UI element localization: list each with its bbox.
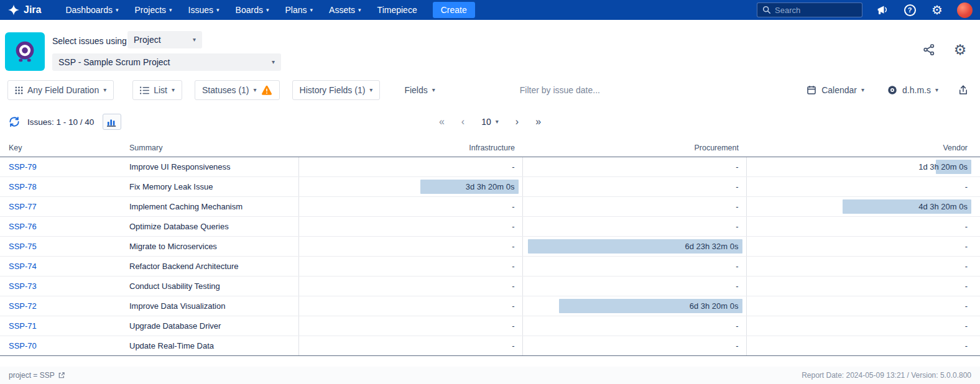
table-row: SSP-71Upgrade Database Driver--- <box>0 316 980 336</box>
issue-key-link[interactable]: SSP-70 <box>9 341 37 350</box>
column-header-summary[interactable]: Summary <box>124 139 298 157</box>
vendor-duration-cell: - <box>746 336 980 355</box>
procurement-duration-cell: - <box>522 316 746 336</box>
nav-item-dashboards[interactable]: Dashboards▾ <box>65 5 118 15</box>
previous-page-icon[interactable]: ‹ <box>461 117 465 127</box>
issue-key-link[interactable]: SSP-73 <box>9 281 37 291</box>
warning-icon <box>261 85 272 95</box>
infrastructure-duration-cell: - <box>298 216 522 236</box>
procurement-duration-cell: - <box>522 157 746 176</box>
issue-summary: Refactor Backend Architecture <box>124 256 298 276</box>
issue-key-link[interactable]: SSP-75 <box>9 242 37 251</box>
chart-view-button[interactable] <box>103 114 121 130</box>
nav-label: Assets <box>329 5 355 15</box>
list-icon <box>140 86 149 94</box>
duration-field-button[interactable]: Any Field Duration ▾ <box>7 80 114 100</box>
fields-label: Fields <box>404 85 427 95</box>
nav-item-assets[interactable]: Assets▾ <box>329 5 361 15</box>
calendar-button[interactable]: Calendar ▾ <box>799 80 871 100</box>
chevron-down-icon: ▾ <box>935 87 938 93</box>
chevron-down-icon: ▾ <box>496 119 499 125</box>
page-size-select[interactable]: 10 ▾ <box>481 117 499 127</box>
duration-value: - <box>736 162 738 171</box>
duration-value: - <box>965 262 968 271</box>
filter-query-text: project = SSP <box>9 371 55 380</box>
report-toolbar: Any Field Duration ▾ List ▾ Statuses (1)… <box>0 76 980 104</box>
filter-query-link[interactable]: project = SSP <box>9 371 65 380</box>
report-settings-gear-icon[interactable]: ⚙ <box>953 42 968 57</box>
issue-key-link[interactable]: SSP-77 <box>9 202 37 211</box>
column-header-vendor[interactable]: Vendor <box>746 139 980 157</box>
issue-summary: Upgrade Database Driver <box>124 316 298 336</box>
create-button[interactable]: Create <box>433 2 475 18</box>
nav-item-issues[interactable]: Issues▾ <box>188 5 220 15</box>
search-box[interactable] <box>757 2 862 17</box>
nav-item-boards[interactable]: Boards▾ <box>236 5 269 15</box>
column-header-infrastructure[interactable]: Infrastructure <box>298 139 522 157</box>
issue-summary: Improve Data Visualization <box>124 296 298 316</box>
issue-key-link[interactable]: SSP-76 <box>9 222 37 231</box>
next-page-icon[interactable]: › <box>515 117 519 127</box>
jira-logo-text: Jira <box>24 4 41 16</box>
refresh-button[interactable] <box>7 115 21 129</box>
duration-value: - <box>965 301 968 311</box>
share-icon[interactable] <box>922 42 936 57</box>
column-header-procurement[interactable]: Procurement <box>522 139 746 157</box>
nav-label: Projects <box>135 5 167 15</box>
nav-item-projects[interactable]: Projects▾ <box>135 5 172 15</box>
nav-item-plans[interactable]: Plans▾ <box>285 5 313 15</box>
duration-value: - <box>512 222 514 231</box>
search-input[interactable] <box>775 6 849 15</box>
issue-source-value: Project <box>134 35 161 45</box>
procurement-duration-cell: 6d 23h 32m 0s <box>522 236 746 256</box>
view-mode-label: List <box>154 85 167 95</box>
chevron-down-icon: ▾ <box>369 87 372 93</box>
help-icon[interactable]: ? <box>902 2 917 17</box>
fields-button[interactable]: Fields ▾ <box>397 80 441 100</box>
issue-summary: Implement Caching Mechanism <box>124 196 298 216</box>
settings-gear-icon[interactable]: ⚙ <box>930 2 945 17</box>
statuses-filter-button[interactable]: Statuses (1) ▾ <box>195 80 280 100</box>
time-format-button[interactable]: d.h.m.s ▾ <box>880 80 945 100</box>
table-row: SSP-79Improve UI Responsiveness--1d 3h 2… <box>0 157 980 176</box>
last-page-icon[interactable]: » <box>535 117 541 127</box>
report-header: Select issues using Project ▾ SSP - Samp… <box>0 20 980 76</box>
view-mode-button[interactable]: List ▾ <box>132 80 182 100</box>
table-row: SSP-77Implement Caching Mechanism--4d 3h… <box>0 196 980 216</box>
duration-value: 6d 23h 32m 0s <box>685 242 738 251</box>
issue-key-link[interactable]: SSP-79 <box>9 162 37 171</box>
announcements-icon[interactable] <box>875 2 890 17</box>
project-select[interactable]: SSP - Sample Scrum Project ▾ <box>52 53 281 71</box>
issue-summary: Conduct Usability Testing <box>124 276 298 296</box>
user-avatar[interactable] <box>957 2 973 18</box>
chevron-down-icon: ▾ <box>254 87 257 93</box>
issue-date-filter-input[interactable] <box>520 85 650 95</box>
vendor-duration-cell: - <box>746 216 980 236</box>
nav-label: Timepiece <box>377 5 417 15</box>
first-page-icon[interactable]: « <box>439 117 445 127</box>
gear-glyph: ⚙ <box>954 43 967 57</box>
chevron-down-icon: ▾ <box>358 7 361 13</box>
column-header-key[interactable]: Key <box>0 139 124 157</box>
gear-glyph: ⚙ <box>931 4 943 16</box>
history-fields-button[interactable]: History Fields (1) ▾ <box>292 80 381 100</box>
jira-logo[interactable]: Jira <box>7 4 41 16</box>
table-row: SSP-72Improve Data Visualization-6d 3h 2… <box>0 296 980 316</box>
search-icon <box>762 6 771 14</box>
timepiece-app-icon <box>5 32 45 71</box>
issue-key-link[interactable]: SSP-78 <box>9 182 37 191</box>
nav-item-timepiece[interactable]: Timepiece <box>377 5 417 15</box>
procurement-duration-cell: 6d 3h 20m 0s <box>522 296 746 316</box>
key-cell: SSP-73 <box>0 276 124 296</box>
duration-value: - <box>965 222 968 231</box>
duration-value: - <box>965 242 968 251</box>
issue-key-link[interactable]: SSP-72 <box>9 301 37 311</box>
table-row: SSP-74Refactor Backend Architecture--- <box>0 256 980 276</box>
report-footer: project = SSP Report Date: 2024-05-09 13… <box>0 367 980 384</box>
issue-source-select[interactable]: Project ▾ <box>127 31 202 48</box>
duration-value: - <box>965 321 968 331</box>
issue-key-link[interactable]: SSP-71 <box>9 321 37 331</box>
project-select-value: SSP - Sample Scrum Project <box>58 57 170 67</box>
issue-key-link[interactable]: SSP-74 <box>9 262 37 271</box>
export-button[interactable] <box>954 81 973 99</box>
